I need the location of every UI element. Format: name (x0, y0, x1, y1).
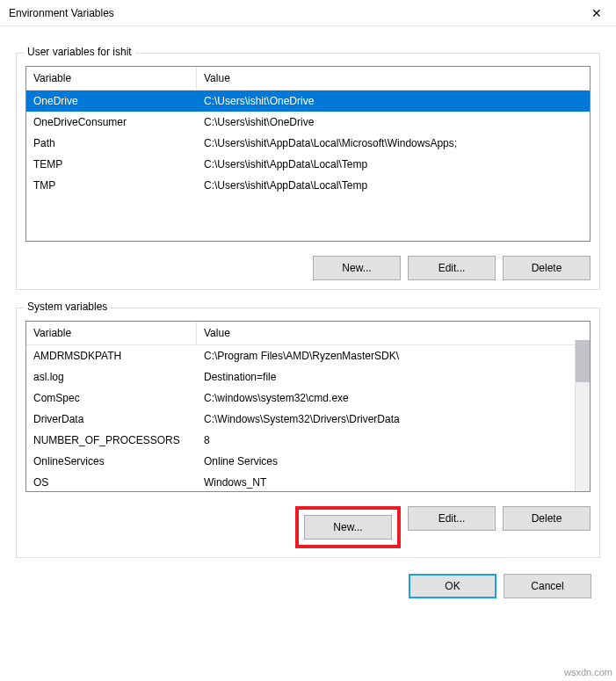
system-delete-button[interactable]: Delete (503, 506, 591, 531)
column-header-variable[interactable]: Variable (26, 67, 197, 91)
cell-value: C:\Users\ishit\OneDrive (197, 92, 590, 110)
cell-value: C:\Users\ishit\AppData\Local\Temp (197, 177, 590, 194)
column-header-value[interactable]: Value (197, 67, 590, 91)
cell-variable: ComSpec (26, 389, 197, 407)
system-variables-label: System variables (24, 301, 111, 313)
scrollbar-thumb[interactable] (576, 340, 590, 382)
table-row[interactable]: OS Windows_NT (26, 472, 590, 493)
scrollbar[interactable] (575, 340, 590, 491)
cell-value: C:\Windows\System32\Drivers\DriverData (197, 410, 590, 428)
close-icon[interactable]: ✕ (576, 0, 616, 26)
cell-value: C:\Users\ishit\AppData\Local\Microsoft\W… (197, 134, 590, 152)
user-table-body: OneDrive C:\Users\ishit\OneDrive OneDriv… (26, 91, 590, 196)
system-edit-button[interactable]: Edit... (408, 506, 496, 531)
system-table-body: AMDRMSDKPATH C:\Program Files\AMD\RyzenM… (26, 345, 590, 493)
cancel-button[interactable]: Cancel (504, 574, 591, 598)
dialog-footer: OK Cancel (0, 558, 616, 598)
cell-variable: OneDrive (26, 92, 197, 110)
system-new-button[interactable]: New... (304, 515, 392, 540)
system-variables-group: System variables Variable Value AMDRMSDK… (16, 308, 600, 558)
table-row[interactable]: TMP C:\Users\ishit\AppData\Local\Temp (26, 175, 590, 196)
column-header-variable[interactable]: Variable (26, 322, 197, 345)
user-table-header: Variable Value (26, 67, 590, 91)
user-variables-label: User variables for ishit (24, 46, 135, 58)
cell-value: C:\Users\ishit\OneDrive (197, 113, 590, 131)
user-delete-button[interactable]: Delete (503, 256, 591, 280)
cell-value: C:\Users\ishit\AppData\Local\Temp (197, 156, 590, 173)
ok-button[interactable]: OK (409, 574, 496, 598)
highlight-annotation: New... (295, 506, 401, 548)
titlebar: Environment Variables ✕ (0, 0, 616, 26)
cell-variable: DriverData (26, 410, 197, 428)
table-row[interactable]: OneDriveConsumer C:\Users\ishit\OneDrive (26, 112, 590, 133)
cell-value: Online Services (197, 453, 590, 470)
cell-variable: asl.log (26, 368, 197, 386)
watermark: wsxdn.com (564, 667, 612, 677)
table-row[interactable]: asl.log Destination=file (26, 366, 590, 388)
system-variables-table[interactable]: Variable Value AMDRMSDKPATH C:\Program F… (25, 321, 591, 492)
cell-value: Windows_NT (197, 474, 590, 491)
cell-value: C:\Program Files\AMD\RyzenMasterSDK\ (197, 347, 590, 365)
table-row[interactable]: OneDrive C:\Users\ishit\OneDrive (26, 91, 590, 112)
table-row[interactable]: DriverData C:\Windows\System32\Drivers\D… (26, 409, 590, 430)
user-button-row: New... Edit... Delete (25, 256, 591, 280)
cell-value: C:\windows\system32\cmd.exe (197, 389, 590, 407)
table-row[interactable]: AMDRMSDKPATH C:\Program Files\AMD\RyzenM… (26, 345, 590, 366)
table-row[interactable]: OnlineServices Online Services (26, 451, 590, 472)
cell-variable: TEMP (26, 156, 197, 173)
cell-variable: Path (26, 134, 197, 152)
table-row[interactable]: NUMBER_OF_PROCESSORS 8 (26, 430, 590, 451)
column-header-value[interactable]: Value (197, 322, 590, 345)
system-button-row: New... Edit... Delete (25, 506, 591, 548)
cell-variable: OnlineServices (26, 453, 197, 470)
system-table-header: Variable Value (26, 322, 590, 345)
dialog-content: User variables for ishit Variable Value … (0, 26, 616, 558)
user-variables-table[interactable]: Variable Value OneDrive C:\Users\ishit\O… (25, 66, 591, 242)
user-edit-button[interactable]: Edit... (408, 256, 496, 280)
user-variables-group: User variables for ishit Variable Value … (16, 53, 600, 290)
cell-value: Destination=file (197, 368, 590, 386)
cell-variable: AMDRMSDKPATH (26, 347, 197, 365)
cell-variable: OneDriveConsumer (26, 113, 197, 131)
cell-value: 8 (197, 431, 590, 449)
cell-variable: TMP (26, 177, 197, 194)
cell-variable: NUMBER_OF_PROCESSORS (26, 431, 197, 449)
window-title: Environment Variables (9, 7, 114, 19)
table-row[interactable]: ComSpec C:\windows\system32\cmd.exe (26, 388, 590, 409)
table-row[interactable]: Path C:\Users\ishit\AppData\Local\Micros… (26, 133, 590, 154)
table-row[interactable]: TEMP C:\Users\ishit\AppData\Local\Temp (26, 154, 590, 175)
cell-variable: OS (26, 474, 197, 491)
user-new-button[interactable]: New... (313, 256, 401, 280)
